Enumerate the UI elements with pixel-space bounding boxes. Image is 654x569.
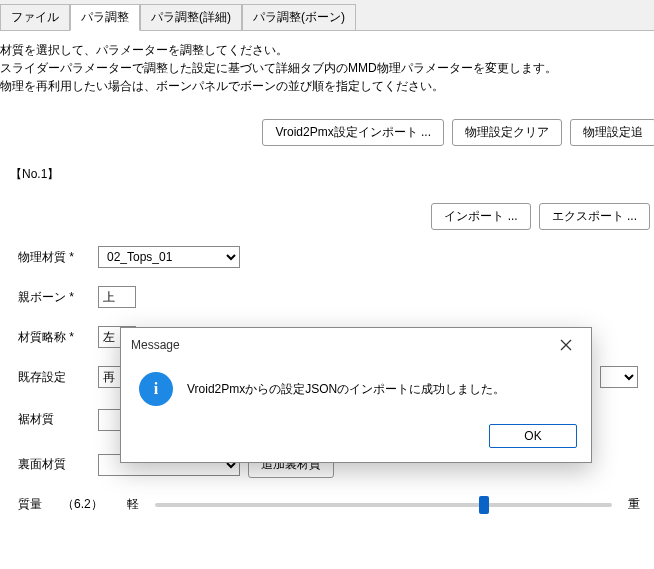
parent-bone-input[interactable]	[98, 286, 136, 308]
existing-setting-label: 既存設定	[18, 369, 90, 386]
vroid-import-button[interactable]: Vroid2Pmx設定インポート ...	[262, 119, 444, 146]
content-pane: 材質を選択して、パラメーターを調整してください。 スライダーパラメーターで調整し…	[0, 30, 654, 569]
existing-trailing-select[interactable]	[600, 366, 638, 388]
dialog-ok-button[interactable]: OK	[489, 424, 577, 448]
dialog-message: Vroid2Pmxからの設定JSONのインポートに成功しました。	[187, 381, 505, 398]
section-import-button[interactable]: インポート ...	[431, 203, 530, 230]
instruction-line: 物理を再利用したい場合は、ボーンパネルでボーンの並び順を指定してください。	[0, 77, 646, 95]
tab-file[interactable]: ファイル	[0, 4, 70, 31]
physics-material-label: 物理材質 *	[18, 249, 90, 266]
section-export-button[interactable]: エクスポート ...	[539, 203, 650, 230]
tab-param-bone[interactable]: パラ調整(ボーン)	[242, 4, 356, 31]
physics-material-select[interactable]: 02_Tops_01	[98, 246, 240, 268]
material-abbr-label: 材質略称 *	[18, 329, 90, 346]
info-icon: i	[139, 372, 173, 406]
message-dialog: Message i Vroid2Pmxからの設定JSONのインポートに成功しまし…	[120, 327, 592, 463]
back-material-label: 裏面材質	[18, 456, 90, 473]
hem-material-label: 裾材質	[18, 411, 90, 428]
physics-setting-button[interactable]: 物理設定追	[570, 119, 654, 146]
instruction-line: 材質を選択して、パラメーターを調整してください。	[0, 41, 646, 59]
section-io-row: インポート ... エクスポート ...	[0, 203, 650, 230]
mass-slider-thumb[interactable]	[479, 496, 489, 514]
dialog-title: Message	[131, 338, 180, 352]
instruction-line: スライダーパラメーターで調整した設定に基づいて詳細タブ内のMMD物理パラメーター…	[0, 59, 646, 77]
tab-param[interactable]: パラ調整	[70, 4, 140, 31]
section-number: 【No.1】	[10, 166, 646, 183]
mass-min-label: 軽	[127, 496, 139, 513]
dialog-close-button[interactable]	[549, 334, 583, 356]
physics-clear-button[interactable]: 物理設定クリア	[452, 119, 562, 146]
tab-param-detail[interactable]: パラ調整(詳細)	[140, 4, 242, 31]
instructions: 材質を選択して、パラメーターを調整してください。 スライダーパラメーターで調整し…	[0, 41, 646, 95]
close-icon	[560, 339, 572, 351]
mass-label: 質量	[18, 496, 42, 513]
mass-slider[interactable]	[155, 503, 612, 507]
parent-bone-label: 親ボーン *	[18, 289, 90, 306]
mass-max-label: 重	[628, 496, 640, 513]
mass-value: （6.2）	[62, 496, 103, 513]
global-toolbar: Vroid2Pmx設定インポート ... 物理設定クリア 物理設定追	[0, 119, 654, 146]
tab-bar: ファイル パラ調整 パラ調整(詳細) パラ調整(ボーン)	[0, 0, 654, 31]
